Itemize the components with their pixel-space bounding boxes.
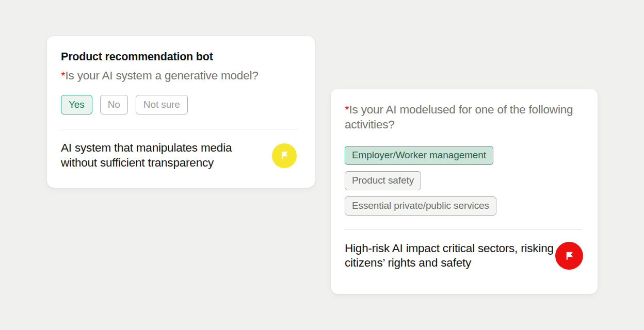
divider xyxy=(345,229,582,230)
required-asterisk: * xyxy=(61,69,66,82)
high-risk-activities-card: *Is your AI modelused for one of the fol… xyxy=(331,89,598,294)
activities-question: *Is your AI modelused for one of the fol… xyxy=(345,102,582,133)
danger-flag-badge xyxy=(555,242,583,270)
card-title: Product recommendation bot xyxy=(61,51,298,63)
option-yes[interactable]: Yes xyxy=(61,95,92,114)
question-text: Is your AI system a generative model? xyxy=(66,69,259,82)
generative-model-question: *Is your AI system a generative model? xyxy=(61,68,298,83)
product-recommendation-card: Product recommendation bot *Is your AI s… xyxy=(47,36,315,188)
yellow-flag-icon xyxy=(279,150,291,161)
question-text: Is your AI modelused for one of the foll… xyxy=(345,103,573,131)
option-employer-worker-management[interactable]: Employer/Worker management xyxy=(345,146,493,165)
red-flag-icon xyxy=(563,250,576,262)
required-asterisk: * xyxy=(345,103,349,116)
option-not-sure[interactable]: Not sure xyxy=(136,95,188,114)
risk-result-row: AI system that manipulates media without… xyxy=(61,141,298,170)
option-no[interactable]: No xyxy=(100,95,128,114)
risk-result-text: AI system that manipulates media without… xyxy=(61,141,270,170)
divider xyxy=(61,129,298,129)
option-product-safety[interactable]: Product safety xyxy=(345,171,421,190)
risk-result-text: High-risk AI impact critical sectors, ri… xyxy=(345,241,554,271)
answer-options: Yes No Not sure xyxy=(61,95,298,114)
option-essential-services[interactable]: Essential private/public services xyxy=(345,196,496,216)
warning-flag-badge xyxy=(272,143,297,168)
risk-result-row: High-risk AI impact critical sectors, ri… xyxy=(345,241,582,271)
activity-options: Employer/Worker management Product safet… xyxy=(345,146,582,216)
